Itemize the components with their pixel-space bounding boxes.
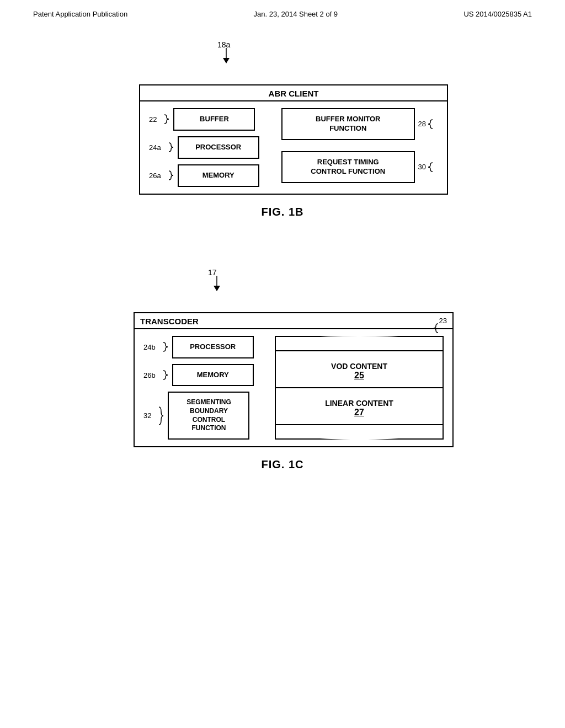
vod-num: 25	[354, 371, 364, 381]
segmenting-box: SEGMENTING BOUNDARY CONTROL FUNCTION	[168, 392, 249, 439]
ref-24b: 24b	[143, 343, 156, 351]
buffer-monitor-box: BUFFER MONITOR FUNCTION	[281, 108, 415, 140]
vod-content-section: VOD CONTENT 25	[276, 351, 443, 388]
linear-num: 27	[354, 408, 364, 417]
ref-28: 28	[418, 120, 426, 128]
ref-24a: 24a	[149, 143, 161, 152]
fig1c-outer-box: TRANSCODER 23 24b	[134, 312, 454, 447]
arrow-18a	[222, 48, 233, 65]
processor-box-1c: PROCESSOR	[172, 336, 254, 358]
fig1b-inner-layout: 22 BUFFER 24a	[140, 101, 447, 194]
curly-30	[426, 162, 438, 173]
ref-22: 22	[149, 115, 157, 124]
ref-30: 30	[418, 163, 426, 171]
processor-box-1b: PROCESSOR	[178, 136, 259, 159]
fig1c-diagram: 17 TRANSCODER 23	[106, 268, 459, 471]
ref-26a: 26a	[149, 172, 161, 180]
memory-box-1b: MEMORY	[178, 164, 259, 187]
transcoder-title: TRANSCODER 23	[135, 313, 452, 329]
main-content: 18a ABR CLIENT 22	[0, 24, 565, 515]
arrow-17	[212, 276, 225, 292]
curly-22	[159, 114, 171, 125]
ref-32: 32	[143, 411, 151, 420]
cylinder-top	[276, 336, 443, 351]
linear-content-section: LINEAR CONTENT 27	[276, 388, 443, 424]
header-right: US 2014/0025835 A1	[463, 10, 532, 18]
curly-24a	[163, 142, 175, 153]
svg-marker-3	[214, 286, 220, 291]
fig1b-diagram: 18a ABR CLIENT 22	[111, 40, 454, 218]
curly-32	[153, 405, 166, 427]
ref-26b: 26b	[143, 371, 156, 379]
curly-24b	[158, 341, 170, 352]
memory-box-1c: MEMORY	[172, 364, 254, 387]
patent-header: Patent Application Publication Jan. 23, …	[0, 0, 565, 24]
svg-marker-1	[223, 58, 230, 63]
buffer-box: BUFFER	[173, 108, 255, 131]
fig1c-section: 17 TRANSCODER 23	[44, 268, 521, 471]
curly-23	[431, 323, 444, 334]
header-left: Patent Application Publication	[33, 10, 127, 18]
fig1b-label: FIG. 1B	[111, 206, 454, 218]
fig1c-label: FIG. 1C	[106, 458, 459, 471]
curly-26a	[163, 170, 175, 181]
request-timing-box: REQUEST TIMING CONTROL FUNCTION	[281, 151, 415, 183]
curly-26b	[158, 370, 170, 381]
cylinder-bottom	[276, 424, 443, 440]
fig1b-section: 18a ABR CLIENT 22	[44, 40, 521, 218]
header-center: Jan. 23, 2014 Sheet 2 of 9	[254, 10, 338, 18]
curly-28	[426, 119, 438, 130]
fig1b-outer-box: ABR CLIENT 22 BUFFER	[139, 84, 448, 195]
abr-client-title: ABR CLIENT	[140, 85, 447, 101]
